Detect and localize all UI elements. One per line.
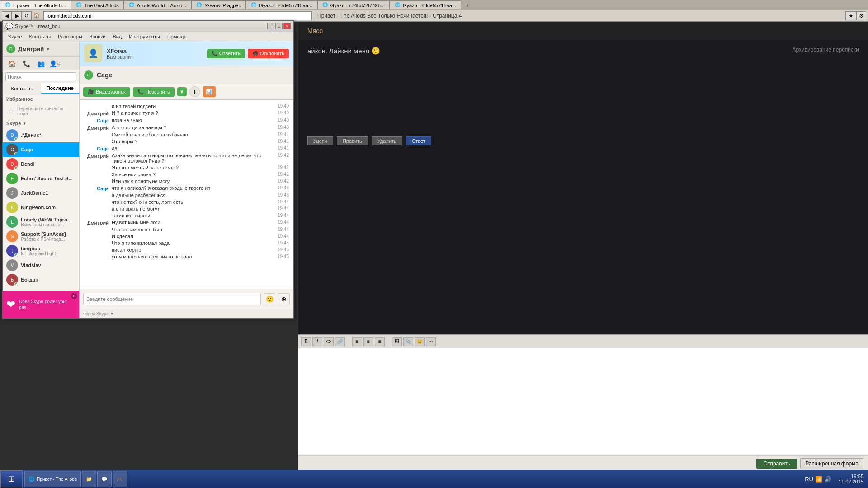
- tool-emoji[interactable]: 😊: [415, 337, 425, 346]
- forward-button[interactable]: ▶: [12, 11, 22, 20]
- close-button[interactable]: ×: [283, 23, 291, 29]
- menu-tools[interactable]: Инструменты: [125, 34, 164, 39]
- send-message-button[interactable]: ⊕: [278, 293, 290, 305]
- decline-button[interactable]: 📵 Отклонить: [248, 49, 289, 58]
- add-button[interactable]: +: [189, 86, 200, 97]
- dropdown-icon[interactable]: ▼: [46, 47, 50, 52]
- contact-item-2[interactable]: D Dendi: [3, 157, 79, 171]
- tab-3[interactable]: 🌐 Узнать IP адрес: [191, 0, 246, 9]
- tray-volume-icon[interactable]: 🔊: [824, 476, 831, 483]
- calls-nav-btn[interactable]: 📞: [20, 58, 33, 69]
- message-input[interactable]: [83, 293, 261, 305]
- tab-favicon-1: 🌐: [76, 2, 82, 9]
- tab-contacts[interactable]: Контакты: [3, 83, 41, 94]
- tab-6[interactable]: 🌐 Gyazo - 83de55715aa...: [390, 0, 461, 9]
- msg-content-5: Это норм ?: [112, 139, 270, 144]
- contact-item-3[interactable]: E Echo / Sound Test S...: [3, 171, 79, 186]
- contact-item-7[interactable]: S Support [SunAcss] Работа с PSN прод...: [3, 229, 79, 244]
- taskbar-item-steam[interactable]: 🎮: [113, 471, 127, 487]
- contact-item-5[interactable]: K KingPeon.com: [3, 200, 79, 215]
- home-nav-btn[interactable]: 🏠: [5, 58, 18, 69]
- contact-item-8[interactable]: t tangous for glory and fight: [3, 244, 79, 258]
- taskbar-clock[interactable]: 19:55 11.02.2015: [834, 474, 868, 484]
- taskbar-item-skype[interactable]: 💬: [97, 471, 112, 487]
- menu-view[interactable]: Вид: [109, 34, 125, 39]
- back-button[interactable]: ◀: [2, 11, 12, 20]
- menu-calls[interactable]: Звонки: [86, 34, 109, 39]
- bookmark-button[interactable]: ★: [845, 11, 856, 20]
- contact-item-0[interactable]: D .*Денис*.: [3, 128, 79, 142]
- contact-item-9[interactable]: V Vladslav: [3, 258, 79, 272]
- clock-time: 19:55: [839, 474, 863, 479]
- reply-textarea[interactable]: [298, 348, 868, 454]
- ad-text[interactable]: Does Skype power your pas...: [19, 299, 75, 310]
- reply-btn-3[interactable]: Ответ: [406, 136, 431, 145]
- tool-align-center[interactable]: ≡: [363, 337, 373, 346]
- skype-taskbar-icon: 💬: [101, 476, 108, 482]
- msg-sender-10: [84, 178, 109, 179]
- answer-button[interactable]: 📞 Ответить: [207, 49, 245, 58]
- maximize-button[interactable]: □: [275, 23, 283, 29]
- taskbar-item-0[interactable]: 🌐 Привет - The Allods: [24, 471, 81, 487]
- call-button[interactable]: 📞 Позвонить: [133, 87, 175, 97]
- contact-item-4[interactable]: J JackDanie1: [3, 186, 79, 200]
- reply-btn-1[interactable]: Править: [337, 136, 368, 145]
- settings-button[interactable]: ⚙: [856, 11, 866, 20]
- tool-align-left[interactable]: ≡: [352, 337, 362, 346]
- archive-link[interactable]: Архивирование переписки: [792, 47, 859, 53]
- tool-code[interactable]: <>: [324, 337, 334, 346]
- fav-placeholder: ☆ Перетащите контакты сюда: [3, 103, 79, 119]
- tab-0[interactable]: 🌐 Привет - The Allods B...: [0, 0, 71, 9]
- tab-4[interactable]: 🌐 Gyazo - 83de55715aa...: [246, 0, 317, 9]
- refresh-button[interactable]: ↺: [22, 11, 32, 20]
- chat-messages-area[interactable]: и ип твоей подсети 19:40 Дмитрий И ? а п…: [80, 100, 293, 289]
- tab-5[interactable]: 🌐 Gyazo - c748d72f749b...: [317, 0, 390, 9]
- search-input[interactable]: [5, 72, 76, 81]
- tab-2[interactable]: 🌐 Allods World :: Алло...: [124, 0, 191, 9]
- tool-link[interactable]: 🔗: [335, 337, 345, 346]
- tool-file[interactable]: 📎: [403, 337, 413, 346]
- add-contact-nav-btn[interactable]: 👤+: [49, 58, 61, 69]
- minimize-button[interactable]: _: [267, 23, 274, 29]
- menu-skype[interactable]: Skype: [5, 34, 26, 39]
- tool-italic[interactable]: I: [312, 337, 322, 346]
- msg-content-16: Ну вот кинь мне логи: [112, 220, 270, 225]
- expand-form-button[interactable]: Расширенная форма: [800, 458, 863, 469]
- menu-contacts[interactable]: Контакты: [26, 34, 55, 39]
- call-buttons: 📞 Ответить 📵 Отклонить: [207, 49, 289, 58]
- start-button[interactable]: ⊞: [0, 470, 23, 488]
- tab-label-3: Узнать IP адрес: [204, 3, 241, 8]
- tool-align-right[interactable]: ≡: [375, 337, 385, 346]
- reply-btn-2[interactable]: Удалить: [372, 136, 402, 145]
- menu-conversations[interactable]: Разговоры: [54, 34, 86, 39]
- tab-recent[interactable]: Последние: [41, 83, 80, 94]
- skype-contacts-header: Skype ▼: [3, 119, 79, 128]
- contact-item-10[interactable]: Б Богдан: [3, 272, 79, 287]
- emoji-button[interactable]: 🙂: [264, 293, 275, 305]
- address-input[interactable]: [43, 11, 312, 20]
- menu-help[interactable]: Помощь: [164, 34, 190, 39]
- call-dropdown-button[interactable]: ▼: [177, 87, 187, 96]
- tool-bold[interactable]: B: [301, 337, 311, 346]
- ad-close-button[interactable]: ×: [71, 293, 77, 299]
- new-tab-button[interactable]: +: [461, 0, 474, 9]
- message-row-19: Что я типо взломал рада 19:45: [84, 240, 289, 246]
- contact-item-6[interactable]: L Lonely (WoW Topro... Выкупаем ваших п.…: [3, 215, 79, 229]
- avatar-1: C: [6, 144, 18, 155]
- via-dropdown-icon[interactable]: ▼: [110, 311, 114, 316]
- tool-more[interactable]: ⋯: [426, 337, 436, 346]
- star-icon: ☆: [7, 106, 14, 116]
- tab-label-2: Allods World :: Алло...: [137, 3, 186, 8]
- contact-item-1[interactable]: C Cage: [3, 142, 79, 157]
- home-icon[interactable]: 🏠: [32, 13, 42, 19]
- send-reply-button[interactable]: Отправить: [756, 459, 798, 469]
- groups-nav-btn[interactable]: 👥: [34, 58, 47, 69]
- msg-sender-19: [84, 240, 109, 241]
- chart-button[interactable]: 📊: [203, 86, 216, 97]
- tool-image[interactable]: 🖼: [392, 337, 402, 346]
- reply-btn-0[interactable]: Уцепи: [307, 136, 333, 145]
- taskbar-item-explorer[interactable]: 📁: [82, 471, 96, 487]
- tab-1[interactable]: 🌐 The Best Allods: [71, 0, 123, 9]
- tray-network-icon[interactable]: 📶: [815, 476, 822, 483]
- video-call-button[interactable]: 🎥 Видеозвонок: [83, 87, 130, 97]
